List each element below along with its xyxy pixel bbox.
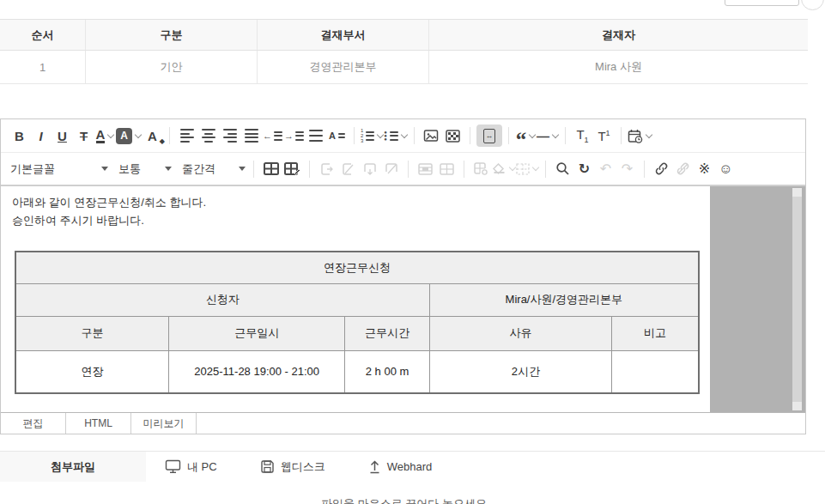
doc-header-note: 비고 [612,316,699,350]
editor-expand-button[interactable]: ↔ [476,124,502,147]
editor-toolbar-format: B I U T A A A◆ ← → A 123 [1,119,805,153]
align-justify-button[interactable] [240,124,262,147]
insert-table-button[interactable] [260,158,282,180]
editor-toolbar-tools: 기본글꼴 보통 줄간격 [1,153,805,185]
font-size-select[interactable]: 보통 [117,158,173,180]
col-header-department: 결재부서 [258,20,429,50]
quote-icon: “ [516,129,527,143]
font-color-button[interactable]: A [94,124,116,147]
clear-format-button[interactable]: A◆ [142,124,163,147]
bold-icon: B [15,129,24,143]
blockquote-button[interactable]: “ [515,124,537,147]
bold-button[interactable]: B [9,124,30,147]
approval-line-button[interactable]: 결재선 지정 [725,0,799,6]
horizontal-rule-button[interactable]: — [537,124,559,147]
col-insert-icon [363,162,377,176]
editor-content-area[interactable]: 아래와 같이 연장근무신청/취소 합니다. 승인하여 주시기 바랍니다. 연장근… [1,186,710,412]
unlink-icon [676,161,690,176]
chevron-down-icon [509,164,516,171]
underline-button[interactable]: U [52,124,73,147]
tab-html[interactable]: HTML [66,413,131,434]
highlight-color-button[interactable]: A [116,124,142,147]
page-width-icon: ↔ [483,129,495,143]
special-char-button[interactable]: ※ [694,158,715,180]
webhard-label: Webhard [387,460,433,473]
ordered-list-button[interactable]: 123 [361,124,384,147]
row-delete-button[interactable] [337,158,359,180]
col-header-type: 구분 [86,20,258,50]
font-family-select[interactable]: 기본글꼴 [9,158,110,180]
cell-border-icon [516,163,530,175]
link-button[interactable] [651,158,672,180]
datetime-insert-button[interactable] [628,124,652,147]
attachments-label-tab[interactable]: 첨부파일 [0,452,146,482]
redo-icon: ↷ [622,162,633,176]
cell-order: 1 [0,51,86,83]
undo-button[interactable]: ↶ [595,158,616,180]
cell-properties-button[interactable] [470,158,492,180]
align-center-button[interactable] [197,124,219,147]
cell-properties-icon [474,162,488,175]
toolbar-separator [545,161,546,178]
dropdown-arrow-icon [101,167,108,171]
doc-cell-reason: 2시간 [429,350,612,393]
col-insert-button[interactable] [359,158,380,180]
superscript-icon: T1 [598,129,610,143]
strikethrough-button[interactable]: T [73,124,94,147]
eraser-diamond-icon: ◆ [160,137,165,145]
merge-cells-button[interactable] [415,158,436,180]
image-button[interactable] [421,124,442,147]
help-circle-button[interactable] [801,0,824,10]
col-delete-button[interactable] [380,158,402,180]
line-spacing-select[interactable]: 줄간격 [180,158,247,180]
font-color-icon: A [96,129,106,143]
my-pc-button[interactable]: 내 PC [165,459,217,475]
webdisk-button[interactable]: 웹디스크 [260,459,325,475]
outdent-button[interactable]: ← [262,124,283,147]
align-right-button[interactable] [219,124,240,147]
emoji-icon: ☺ [719,162,732,176]
italic-icon: I [39,129,42,143]
chevron-down-icon [646,131,652,137]
indent-button[interactable]: → [283,124,305,147]
replace-button[interactable]: ↻ [573,158,595,180]
toolbar-separator [565,127,566,144]
table-edit-button[interactable] [282,158,303,180]
search-button[interactable] [552,158,573,180]
col-header-approver: 결재자 [429,20,808,50]
row-insert-button[interactable] [316,158,337,180]
pattern-button[interactable] [442,124,464,147]
superscript-button[interactable]: T1 [593,124,615,147]
chevron-down-icon [377,131,384,137]
tab-preview[interactable]: 미리보기 [131,413,197,434]
toolbar-separator [464,161,464,178]
cell-border-button[interactable] [516,158,539,180]
subscript-button[interactable]: T1 [572,124,593,147]
split-cells-button[interactable] [436,158,458,180]
line-height-button[interactable] [305,124,326,147]
editor-vertical-scrollbar[interactable] [792,188,802,410]
webhard-button[interactable]: Webhard [368,459,433,474]
redo-button[interactable]: ↷ [616,158,638,180]
doc-header-duration: 근무시간 [345,316,429,350]
unlink-button[interactable] [672,158,694,180]
undo-icon: ↶ [600,162,611,176]
unordered-list-button[interactable]: ●●● [384,124,408,147]
unordered-list-icon: ●●● [384,131,398,141]
emoji-button[interactable]: ☺ [715,158,737,180]
toolbar-separator [408,161,409,178]
paint-bucket-icon [492,162,507,175]
cell-background-button[interactable] [492,158,516,180]
toolbar-separator [470,127,470,144]
chevron-down-icon [135,131,142,137]
italic-button[interactable]: I [30,124,52,147]
toolbar-separator [169,127,170,144]
align-left-button[interactable] [176,124,197,147]
attachment-source-buttons: 내 PC 웹디스크 Webhard [146,452,432,482]
toolbar-separator [253,161,254,178]
underline-icon: U [58,129,67,143]
tab-edit[interactable]: 편집 [1,413,66,434]
vertical-text-button[interactable]: A [326,124,348,147]
align-right-icon [223,129,237,143]
toolbar-separator [644,161,645,178]
